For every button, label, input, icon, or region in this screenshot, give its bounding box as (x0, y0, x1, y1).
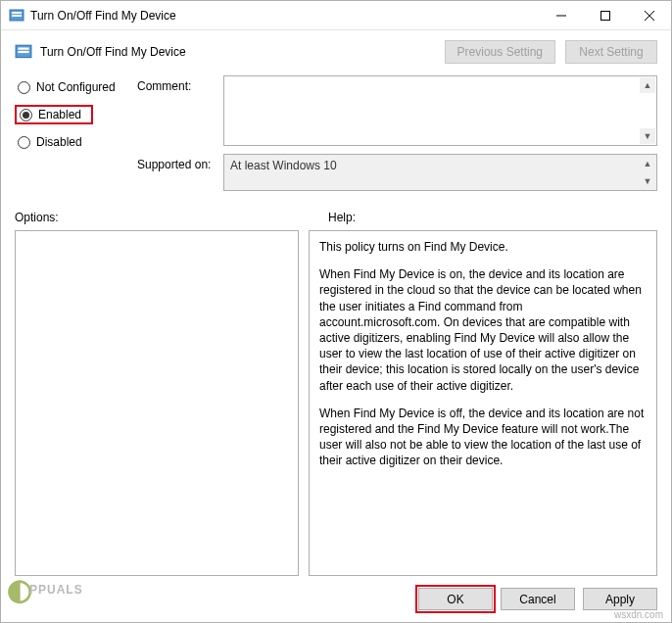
svg-rect-1 (12, 12, 22, 14)
supported-on-label: Supported on: (137, 154, 216, 171)
window-controls (539, 1, 671, 29)
svg-rect-9 (18, 51, 28, 53)
policy-icon (15, 43, 32, 61)
close-button[interactable] (627, 1, 671, 29)
scroll-up-icon[interactable]: ▲ (640, 156, 655, 171)
app-icon (9, 8, 24, 24)
dialog-footer: OK Cancel Apply (1, 576, 671, 622)
subheader-title: Turn On/Off Find My Device (40, 45, 186, 59)
apply-button[interactable]: Apply (583, 588, 657, 610)
help-paragraph: This policy turns on Find My Device. (319, 239, 647, 255)
help-section-label: Help: (328, 211, 356, 224)
help-paragraph: When Find My Device is on, the device an… (319, 266, 647, 394)
radio-enabled[interactable]: Enabled (15, 105, 93, 124)
radio-not-configured[interactable]: Not Configured (15, 79, 127, 95)
supported-on-box: At least Windows 10 ▲ ▼ (223, 154, 657, 191)
radio-icon (20, 109, 32, 121)
radio-icon (18, 136, 30, 149)
next-setting-button[interactable]: Next Setting (565, 40, 657, 64)
maximize-button[interactable] (583, 1, 627, 29)
ok-button[interactable]: OK (418, 588, 493, 610)
svg-rect-4 (600, 11, 609, 20)
options-panel (15, 230, 299, 576)
radio-label: Enabled (38, 108, 81, 121)
cancel-button[interactable]: Cancel (501, 588, 575, 610)
comment-label: Comment: (137, 75, 216, 93)
svg-rect-8 (18, 48, 28, 50)
svg-rect-2 (12, 15, 22, 17)
state-radio-group: Not Configured Enabled Disabled (15, 75, 127, 191)
titlebar: Turn On/Off Find My Device (1, 1, 671, 30)
subheader: Turn On/Off Find My Device Previous Sett… (1, 30, 671, 70)
scroll-up-icon[interactable]: ▲ (640, 77, 655, 93)
minimize-button[interactable] (539, 1, 583, 29)
scroll-down-icon[interactable]: ▼ (640, 128, 655, 144)
comment-textarea[interactable]: ▲ ▼ (223, 75, 657, 146)
options-section-label: Options: (15, 211, 328, 224)
scroll-down-icon[interactable]: ▼ (640, 173, 655, 189)
help-panel: This policy turns on Find My Device. Whe… (309, 230, 657, 576)
previous-setting-button[interactable]: Previous Setting (445, 40, 555, 64)
supported-on-value: At least Windows 10 (230, 159, 337, 172)
radio-label: Not Configured (36, 80, 116, 94)
radio-label: Disabled (36, 135, 82, 149)
policy-editor-window: Turn On/Off Find My Device Turn On/Off F… (0, 0, 672, 623)
radio-icon (18, 81, 30, 94)
radio-disabled[interactable]: Disabled (15, 134, 127, 150)
help-paragraph: When Find My Device is off, the device a… (319, 406, 647, 469)
window-title: Turn On/Off Find My Device (30, 9, 539, 23)
